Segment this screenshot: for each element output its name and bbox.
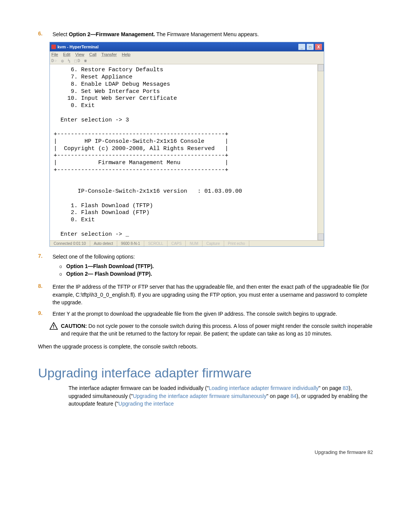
text: " on page bbox=[319, 385, 342, 391]
bold-text: Option 2—Firmware Management. bbox=[69, 31, 155, 37]
status-baud: 9600 8-N-1 bbox=[117, 241, 144, 246]
step-body: Select one of the following options: Opt… bbox=[53, 253, 373, 279]
caution-label: CAUTION: bbox=[61, 323, 87, 329]
maximize-button[interactable]: □ bbox=[306, 43, 314, 50]
minimize-button[interactable]: _ bbox=[298, 43, 306, 50]
scroll-down-icon[interactable] bbox=[318, 233, 324, 240]
sub-option-1: Option 1—Flash Download (TFTP). bbox=[59, 262, 373, 270]
link-upgrade-autoupdate[interactable]: Upgrading the interface bbox=[118, 401, 174, 407]
menu-edit[interactable]: Edit bbox=[63, 52, 70, 57]
window-controls: _ □ X bbox=[298, 43, 322, 50]
status-echo: Print echo bbox=[224, 241, 249, 246]
step-9: 9. Enter Y at the prompt to download the… bbox=[38, 310, 373, 318]
text: The interface adapter firmware can be lo… bbox=[68, 385, 209, 391]
step-number: 7. bbox=[38, 253, 53, 279]
text: Enter bbox=[53, 311, 67, 317]
text: Select bbox=[53, 31, 69, 37]
menu-file[interactable]: File bbox=[51, 52, 58, 57]
menubar: File Edit View Call Transfer Help bbox=[50, 51, 324, 58]
step-number: 9. bbox=[38, 310, 53, 318]
menu-call[interactable]: Call bbox=[89, 52, 97, 57]
bold-text: Option 2— Flash Download (FTP). bbox=[66, 271, 152, 277]
close-button[interactable]: X bbox=[315, 43, 322, 50]
text: Select one of the following options: bbox=[53, 254, 135, 260]
text: The Firmware Management Menu appears. bbox=[155, 31, 259, 37]
caution-text: CAUTION: Do not cycle power to the conso… bbox=[61, 322, 373, 338]
menu-view[interactable]: View bbox=[75, 52, 84, 57]
mono-text: Y bbox=[67, 311, 70, 317]
menu-transfer[interactable]: Transfer bbox=[101, 52, 117, 57]
app-icon bbox=[51, 45, 56, 49]
window-title: kvm - HyperTerminal bbox=[57, 45, 99, 49]
section-paragraph: The interface adapter firmware can be lo… bbox=[68, 384, 373, 407]
step-7: 7. Select one of the following options: … bbox=[38, 253, 373, 279]
text: Do not cycle power to the console switch… bbox=[61, 323, 373, 337]
step-number: 8. bbox=[38, 283, 53, 306]
page-footer: Upgrading the firmware 82 bbox=[38, 449, 373, 455]
status-num: NUM bbox=[186, 241, 202, 246]
window-titlebar: kvm - HyperTerminal _ □ X bbox=[50, 42, 324, 51]
scrollbar[interactable] bbox=[317, 64, 324, 240]
step-body: Select Option 2—Firmware Management. The… bbox=[53, 30, 373, 38]
status-connected: Connected 0:01:10 bbox=[50, 241, 90, 246]
text: " on page bbox=[266, 393, 290, 399]
status-autodetect: Auto detect bbox=[90, 241, 118, 246]
text: at the prompt to download the upgradeabl… bbox=[70, 311, 337, 317]
scroll-up-icon[interactable] bbox=[318, 64, 324, 71]
link-page-84[interactable]: 84 bbox=[291, 393, 297, 399]
hyperterminal-window: kvm - HyperTerminal _ □ X File Edit View… bbox=[49, 42, 324, 247]
step-8: 8. Enter the IP address of the TFTP or F… bbox=[38, 283, 373, 306]
toolbar: D☞ ◎ ⅓ ⬚D ☎ bbox=[50, 58, 324, 64]
svg-text:!: ! bbox=[53, 324, 54, 329]
status-caps: CAPS bbox=[167, 241, 186, 246]
status-capture: Capture bbox=[202, 241, 224, 246]
step-6: 6. Select Option 2—Firmware Management. … bbox=[38, 30, 373, 38]
step-number: 6. bbox=[38, 30, 53, 38]
step-body: Enter Y at the prompt to download the up… bbox=[53, 310, 373, 318]
link-upgrade-simultaneously[interactable]: Upgrading the interface adapter firmware… bbox=[133, 393, 266, 399]
after-text: When the upgrade process is complete, th… bbox=[38, 343, 373, 350]
bold-text: Option 1—Flash Download (TFTP). bbox=[66, 263, 154, 269]
step-body: Enter the IP address of the TFTP or FTP … bbox=[53, 283, 373, 306]
link-page-83[interactable]: 83 bbox=[342, 385, 349, 391]
link-load-individually[interactable]: Loading interface adapter firmware indiv… bbox=[209, 385, 319, 391]
caution-block: ! CAUTION: Do not cycle power to the con… bbox=[49, 322, 373, 338]
menu-help[interactable]: Help bbox=[122, 52, 131, 57]
sub-option-2: Option 2— Flash Download (FTP). bbox=[59, 270, 373, 278]
status-scroll: SCROLL bbox=[144, 241, 167, 246]
section-heading: Upgrading interface adapter firmware bbox=[38, 366, 373, 380]
terminal-body[interactable]: 6. Restore Factory Defaults 7. Reset App… bbox=[50, 64, 317, 240]
caution-icon: ! bbox=[49, 322, 61, 338]
statusbar: Connected 0:01:10 Auto detect 9600 8-N-1… bbox=[50, 240, 324, 246]
